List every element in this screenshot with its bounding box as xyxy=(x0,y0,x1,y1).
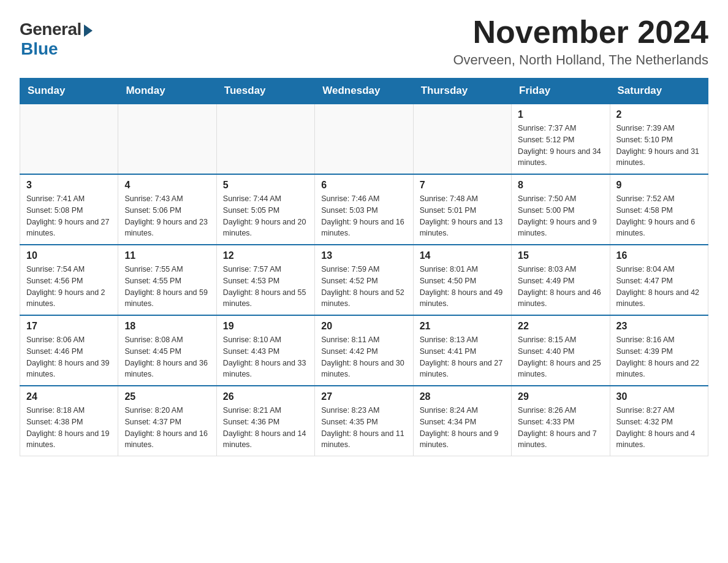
calendar-header-wednesday: Wednesday xyxy=(315,79,413,104)
day-info: Sunrise: 7:57 AM Sunset: 4:53 PM Dayligh… xyxy=(223,264,308,310)
calendar-cell: 14Sunrise: 8:01 AM Sunset: 4:50 PM Dayli… xyxy=(413,245,511,315)
day-number: 28 xyxy=(420,391,505,402)
logo: General Blue xyxy=(20,20,93,59)
day-info: Sunrise: 7:46 AM Sunset: 5:03 PM Dayligh… xyxy=(321,193,406,239)
day-info: Sunrise: 7:54 AM Sunset: 4:56 PM Dayligh… xyxy=(26,264,112,310)
calendar-cell xyxy=(20,104,118,174)
calendar-cell: 3Sunrise: 7:41 AM Sunset: 5:08 PM Daylig… xyxy=(20,174,118,245)
day-number: 27 xyxy=(321,391,406,402)
day-number: 2 xyxy=(616,109,702,120)
calendar-cell: 10Sunrise: 7:54 AM Sunset: 4:56 PM Dayli… xyxy=(20,245,118,315)
calendar-cell: 8Sunrise: 7:50 AM Sunset: 5:00 PM Daylig… xyxy=(512,174,610,245)
day-number: 4 xyxy=(124,180,210,191)
day-info: Sunrise: 7:41 AM Sunset: 5:08 PM Dayligh… xyxy=(26,193,112,239)
calendar-cell: 1Sunrise: 7:37 AM Sunset: 5:12 PM Daylig… xyxy=(512,104,610,174)
month-title: November 2024 xyxy=(453,15,708,50)
day-number: 9 xyxy=(616,180,702,191)
day-info: Sunrise: 7:43 AM Sunset: 5:06 PM Dayligh… xyxy=(124,193,210,239)
day-number: 5 xyxy=(223,180,308,191)
title-section: November 2024 Overveen, North Holland, T… xyxy=(453,15,708,68)
calendar-cell: 13Sunrise: 7:59 AM Sunset: 4:52 PM Dayli… xyxy=(315,245,413,315)
calendar-header-thursday: Thursday xyxy=(413,79,511,104)
day-number: 30 xyxy=(616,391,702,402)
day-number: 22 xyxy=(518,321,603,332)
calendar-header-saturday: Saturday xyxy=(610,79,708,104)
calendar-cell: 29Sunrise: 8:26 AM Sunset: 4:33 PM Dayli… xyxy=(512,386,610,456)
day-info: Sunrise: 8:21 AM Sunset: 4:36 PM Dayligh… xyxy=(223,405,308,451)
day-number: 20 xyxy=(321,321,406,332)
calendar-cell: 28Sunrise: 8:24 AM Sunset: 4:34 PM Dayli… xyxy=(413,386,511,456)
day-info: Sunrise: 7:50 AM Sunset: 5:00 PM Dayligh… xyxy=(518,193,603,239)
calendar-cell xyxy=(216,104,314,174)
day-info: Sunrise: 8:13 AM Sunset: 4:41 PM Dayligh… xyxy=(420,334,505,380)
calendar-cell: 17Sunrise: 8:06 AM Sunset: 4:46 PM Dayli… xyxy=(20,315,118,386)
day-number: 17 xyxy=(26,321,112,332)
calendar-week-row: 1Sunrise: 7:37 AM Sunset: 5:12 PM Daylig… xyxy=(20,104,708,174)
calendar-cell xyxy=(118,104,216,174)
day-info: Sunrise: 7:37 AM Sunset: 5:12 PM Dayligh… xyxy=(518,123,603,169)
calendar-header-monday: Monday xyxy=(118,79,216,104)
calendar-cell: 21Sunrise: 8:13 AM Sunset: 4:41 PM Dayli… xyxy=(413,315,511,386)
calendar-header-friday: Friday xyxy=(512,79,610,104)
day-number: 18 xyxy=(124,321,210,332)
day-number: 26 xyxy=(223,391,308,402)
day-info: Sunrise: 8:15 AM Sunset: 4:40 PM Dayligh… xyxy=(518,334,603,380)
calendar-cell: 16Sunrise: 8:04 AM Sunset: 4:47 PM Dayli… xyxy=(610,245,708,315)
day-info: Sunrise: 8:04 AM Sunset: 4:47 PM Dayligh… xyxy=(616,264,702,310)
logo-blue-text: Blue xyxy=(21,39,58,59)
day-number: 24 xyxy=(26,391,112,402)
calendar-table: SundayMondayTuesdayWednesdayThursdayFrid… xyxy=(20,78,708,456)
day-number: 23 xyxy=(616,321,702,332)
calendar-cell: 19Sunrise: 8:10 AM Sunset: 4:43 PM Dayli… xyxy=(216,315,314,386)
day-info: Sunrise: 7:44 AM Sunset: 5:05 PM Dayligh… xyxy=(223,193,308,239)
calendar-cell: 30Sunrise: 8:27 AM Sunset: 4:32 PM Dayli… xyxy=(610,386,708,456)
calendar-cell: 2Sunrise: 7:39 AM Sunset: 5:10 PM Daylig… xyxy=(610,104,708,174)
day-number: 21 xyxy=(420,321,505,332)
day-info: Sunrise: 8:08 AM Sunset: 4:45 PM Dayligh… xyxy=(124,334,210,380)
calendar-cell: 4Sunrise: 7:43 AM Sunset: 5:06 PM Daylig… xyxy=(118,174,216,245)
day-number: 7 xyxy=(420,180,505,191)
day-number: 15 xyxy=(518,250,603,261)
day-info: Sunrise: 7:39 AM Sunset: 5:10 PM Dayligh… xyxy=(616,123,702,169)
day-number: 6 xyxy=(321,180,406,191)
day-info: Sunrise: 8:23 AM Sunset: 4:35 PM Dayligh… xyxy=(321,405,406,451)
calendar-cell: 26Sunrise: 8:21 AM Sunset: 4:36 PM Dayli… xyxy=(216,386,314,456)
day-info: Sunrise: 8:10 AM Sunset: 4:43 PM Dayligh… xyxy=(223,334,308,380)
page-header: General Blue November 2024 Overveen, Nor… xyxy=(20,15,708,68)
calendar-cell: 20Sunrise: 8:11 AM Sunset: 4:42 PM Dayli… xyxy=(315,315,413,386)
day-info: Sunrise: 7:48 AM Sunset: 5:01 PM Dayligh… xyxy=(420,193,505,239)
calendar-cell: 9Sunrise: 7:52 AM Sunset: 4:58 PM Daylig… xyxy=(610,174,708,245)
calendar-cell: 6Sunrise: 7:46 AM Sunset: 5:03 PM Daylig… xyxy=(315,174,413,245)
day-number: 11 xyxy=(124,250,210,261)
calendar-cell: 24Sunrise: 8:18 AM Sunset: 4:38 PM Dayli… xyxy=(20,386,118,456)
calendar-week-row: 3Sunrise: 7:41 AM Sunset: 5:08 PM Daylig… xyxy=(20,174,708,245)
day-info: Sunrise: 8:20 AM Sunset: 4:37 PM Dayligh… xyxy=(124,405,210,451)
day-info: Sunrise: 8:27 AM Sunset: 4:32 PM Dayligh… xyxy=(616,405,702,451)
calendar-cell: 23Sunrise: 8:16 AM Sunset: 4:39 PM Dayli… xyxy=(610,315,708,386)
calendar-cell: 12Sunrise: 7:57 AM Sunset: 4:53 PM Dayli… xyxy=(216,245,314,315)
calendar-header-sunday: Sunday xyxy=(20,79,118,104)
logo-general-text: General xyxy=(20,20,82,39)
day-number: 13 xyxy=(321,250,406,261)
calendar-cell: 11Sunrise: 7:55 AM Sunset: 4:55 PM Dayli… xyxy=(118,245,216,315)
day-info: Sunrise: 7:59 AM Sunset: 4:52 PM Dayligh… xyxy=(321,264,406,310)
day-info: Sunrise: 8:24 AM Sunset: 4:34 PM Dayligh… xyxy=(420,405,505,451)
day-number: 12 xyxy=(223,250,308,261)
day-number: 1 xyxy=(518,109,603,120)
calendar-cell: 25Sunrise: 8:20 AM Sunset: 4:37 PM Dayli… xyxy=(118,386,216,456)
day-number: 29 xyxy=(518,391,603,402)
calendar-cell xyxy=(413,104,511,174)
location-subtitle: Overveen, North Holland, The Netherlands xyxy=(453,52,708,68)
day-number: 16 xyxy=(616,250,702,261)
day-info: Sunrise: 8:11 AM Sunset: 4:42 PM Dayligh… xyxy=(321,334,406,380)
calendar-cell xyxy=(315,104,413,174)
day-info: Sunrise: 8:03 AM Sunset: 4:49 PM Dayligh… xyxy=(518,264,603,310)
calendar-cell: 5Sunrise: 7:44 AM Sunset: 5:05 PM Daylig… xyxy=(216,174,314,245)
day-number: 8 xyxy=(518,180,603,191)
calendar-cell: 15Sunrise: 8:03 AM Sunset: 4:49 PM Dayli… xyxy=(512,245,610,315)
calendar-cell: 18Sunrise: 8:08 AM Sunset: 4:45 PM Dayli… xyxy=(118,315,216,386)
day-number: 25 xyxy=(124,391,210,402)
day-info: Sunrise: 7:52 AM Sunset: 4:58 PM Dayligh… xyxy=(616,193,702,239)
day-number: 14 xyxy=(420,250,505,261)
calendar-cell: 22Sunrise: 8:15 AM Sunset: 4:40 PM Dayli… xyxy=(512,315,610,386)
